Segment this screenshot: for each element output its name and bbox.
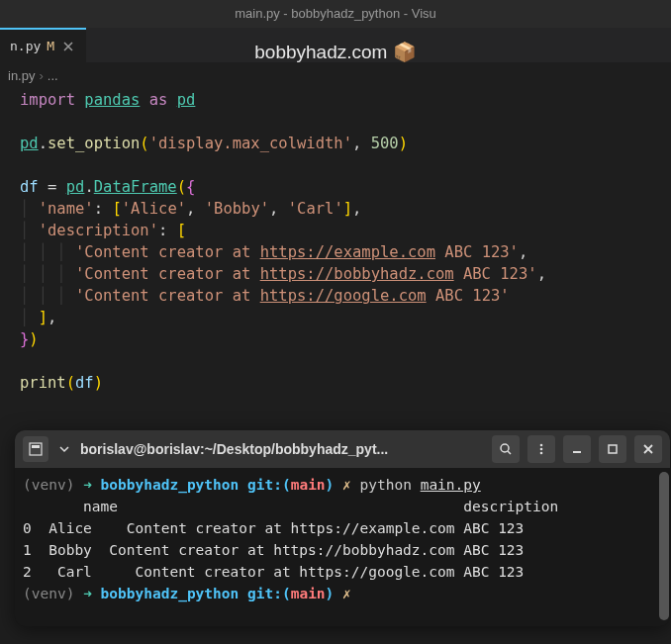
code-line	[20, 154, 671, 176]
search-icon[interactable]	[492, 435, 520, 463]
close-icon[interactable]	[60, 39, 76, 54]
svg-point-4	[540, 448, 543, 451]
terminal-title: borislav@borislav:~/Desktop/bobbyhadz_py…	[80, 441, 484, 457]
code-line: │ │ │ 'Content creator at https://bobbyh…	[20, 263, 671, 285]
terminal-output: 2 Carl Content creator at https://google…	[23, 561, 662, 583]
code-editor[interactable]: import pandas as pd pd.set_option('displ…	[0, 87, 671, 394]
code-line: df = pd.DataFrame({	[20, 176, 671, 198]
window-title-bar: main.py - bobbyhadz_python - Visu	[0, 0, 671, 28]
terminal-output: 1 Bobby Content creator at https://bobby…	[23, 539, 662, 561]
code-line	[20, 350, 671, 372]
tab-filename: n.py	[10, 39, 41, 53]
code-line: │ 'name': ['Alice', 'Bobby', 'Carl'],	[20, 198, 671, 220]
code-line: import pandas as pd	[20, 89, 671, 111]
svg-rect-0	[30, 443, 42, 455]
window-title: main.py - bobbyhadz_python - Visu	[235, 6, 436, 21]
tab-modified-indicator: M	[47, 39, 54, 53]
terminal-titlebar: borislav@borislav:~/Desktop/bobbyhadz_py…	[15, 430, 670, 468]
chevron-down-icon[interactable]	[56, 436, 72, 462]
code-line: │ 'description': [	[20, 220, 671, 241]
svg-rect-1	[32, 445, 40, 448]
code-line: print(df)	[20, 372, 671, 394]
chevron-right-icon: ›	[39, 68, 43, 83]
editor-tab-bar: n.py M	[0, 28, 671, 63]
breadcrumb[interactable]: in.py › ...	[0, 63, 671, 87]
terminal-output: name description	[23, 496, 662, 517]
terminal-output: 0 Alice Content creator at https://examp…	[23, 517, 662, 539]
editor-tab[interactable]: n.py M	[0, 28, 86, 63]
terminal-line: (venv) ➜ bobbyhadz_python git:(main) ✗ p…	[23, 474, 662, 496]
code-line: │ │ │ 'Content creator at https://google…	[20, 285, 671, 307]
svg-rect-7	[609, 445, 617, 453]
close-icon[interactable]	[634, 435, 662, 463]
svg-point-5	[540, 452, 543, 455]
svg-point-2	[501, 444, 509, 452]
terminal-window: borislav@borislav:~/Desktop/bobbyhadz_py…	[15, 430, 670, 626]
terminal-body[interactable]: (venv) ➜ bobbyhadz_python git:(main) ✗ p…	[15, 468, 670, 610]
terminal-line: (venv) ➜ bobbyhadz_python git:(main) ✗	[23, 583, 662, 604]
code-line	[20, 111, 671, 133]
svg-rect-6	[573, 451, 581, 453]
breadcrumb-rest: ...	[48, 68, 58, 83]
scrollbar[interactable]	[659, 472, 669, 620]
code-line: })	[20, 328, 671, 350]
maximize-icon[interactable]	[599, 435, 626, 463]
minimize-icon[interactable]	[563, 435, 591, 463]
code-line: │ │ │ 'Content creator at https://exampl…	[20, 241, 671, 263]
menu-icon[interactable]	[527, 435, 555, 463]
breadcrumb-file: in.py	[8, 68, 35, 83]
code-line: │ ],	[20, 307, 671, 328]
code-line: pd.set_option('display.max_colwidth', 50…	[20, 133, 671, 154]
terminal-tab-icon[interactable]	[23, 436, 48, 462]
svg-point-3	[540, 444, 543, 447]
